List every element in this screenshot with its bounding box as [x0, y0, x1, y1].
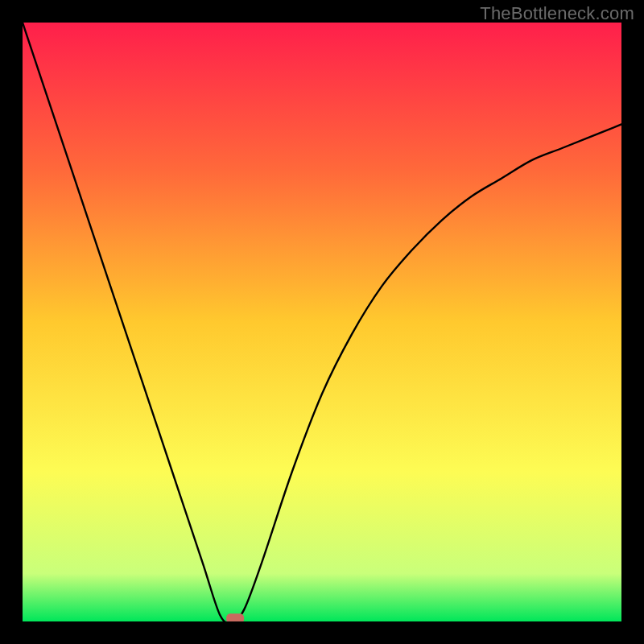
- optimal-marker: [226, 613, 244, 621]
- chart-frame: TheBottleneck.com: [0, 0, 644, 644]
- bottleneck-chart: [23, 23, 621, 621]
- watermark-text: TheBottleneck.com: [480, 3, 634, 24]
- plot-area: [23, 23, 621, 621]
- gradient-background: [23, 23, 621, 621]
